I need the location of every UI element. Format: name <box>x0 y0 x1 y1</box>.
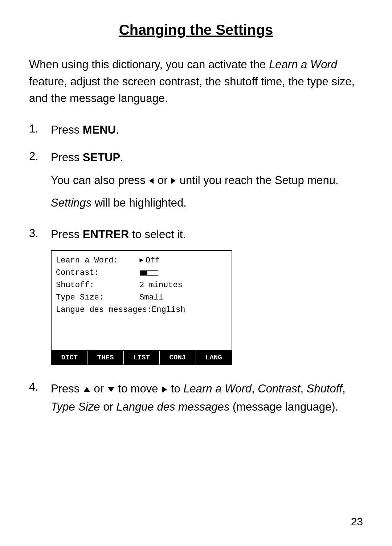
intro-italic: Learn a Word <box>269 58 337 71</box>
arrow-right-icon <box>171 178 176 184</box>
cursor-arrow-icon: ► <box>139 256 143 266</box>
screen-row-typesize: Type Size: Small <box>56 292 227 304</box>
type-size-ref: Type Size <box>51 400 100 413</box>
intro-text-before: When using this dictionary, you can acti… <box>29 58 269 71</box>
contrast-value <box>139 270 158 276</box>
move-arrow-icon <box>162 386 167 393</box>
shutoff-value: 2 minutes <box>139 279 183 292</box>
contrast-ref: Contrast <box>258 382 300 395</box>
step-3: 3. Press ENTRER to select it. Learn a Wo… <box>29 226 363 369</box>
step-3-key: ENTRER <box>83 228 129 241</box>
settings-italic: Settings <box>51 196 91 209</box>
arrow-left-icon <box>149 178 154 184</box>
step-3-number: 3. <box>29 226 51 240</box>
screen-row-learnword: Learn a Word: ►Off <box>56 254 227 267</box>
learn-word-label: Learn a Word: <box>56 254 139 267</box>
toolbar-list: LIST <box>124 351 160 364</box>
step-2: 2. Press SETUP. You can also press or un… <box>29 149 363 215</box>
toolbar-conj: CONJ <box>160 351 196 364</box>
toolbar-dict: DICT <box>52 351 87 364</box>
intro-text-after: feature, adjust the screen contrast, the… <box>29 75 355 105</box>
steps-list: 1. Press MENU. 2. Press SETUP. You can a… <box>29 122 363 416</box>
screen-content: Learn a Word: ►Off Contrast: <box>52 251 232 347</box>
learn-a-word-ref: Learn a Word <box>183 382 252 395</box>
langue-label: Langue des messages: <box>56 304 152 316</box>
step-1: 1. Press MENU. <box>29 122 363 139</box>
contrast-label: Contrast: <box>56 267 139 279</box>
langue-value: English <box>152 304 185 316</box>
type-size-value: Small <box>139 292 163 304</box>
page-number: 23 <box>351 516 363 528</box>
shutoff-label: Shutoff: <box>56 279 139 292</box>
screen-row-langue: Langue des messages: English <box>56 304 227 316</box>
step-2-key: SETUP <box>83 151 120 164</box>
step-2-number: 2. <box>29 149 51 163</box>
type-size-label: Type Size: <box>56 292 139 304</box>
langue-ref: Langue des messages <box>116 400 229 413</box>
step-1-key: MENU <box>83 123 116 136</box>
shutoff-ref: Shutoff <box>307 382 342 395</box>
triangle-down-icon <box>108 387 114 392</box>
contrast-bar <box>140 270 158 276</box>
toolbar-thes: THES <box>87 351 123 364</box>
triangle-up-icon <box>83 387 90 392</box>
screen-row-contrast: Contrast: <box>56 267 227 279</box>
step-1-number: 1. <box>29 122 51 135</box>
step-2-sub-note-2: Settings will be highlighted. <box>51 195 363 212</box>
step-3-content: Press ENTRER to select it. Learn a Word:… <box>51 226 363 369</box>
screen-mockup: Learn a Word: ►Off Contrast: <box>51 250 232 365</box>
toolbar-lang: LANG <box>196 351 232 364</box>
step-2-content: Press SETUP. You can also press or until… <box>51 149 363 215</box>
step-4-content: Press or to move to Learn a Word, Contra… <box>51 380 363 416</box>
screen-row-shutoff: Shutoff: 2 minutes <box>56 279 227 292</box>
screen-toolbar: DICT THES LIST CONJ LANG <box>52 350 232 364</box>
step-2-sub-note-1: You can also press or until you reach th… <box>51 172 363 189</box>
intro-paragraph: When using this dictionary, you can acti… <box>29 56 363 107</box>
contrast-bar-fill <box>140 271 147 275</box>
step-4-number: 4. <box>29 380 51 394</box>
screen-empty-space <box>56 316 227 345</box>
step-4: 4. Press or to move to Learn a Word, Con… <box>29 380 363 416</box>
step-1-content: Press MENU. <box>51 122 363 139</box>
page-title: Changing the Settings <box>29 22 363 38</box>
learn-word-value: ►Off <box>139 254 160 267</box>
